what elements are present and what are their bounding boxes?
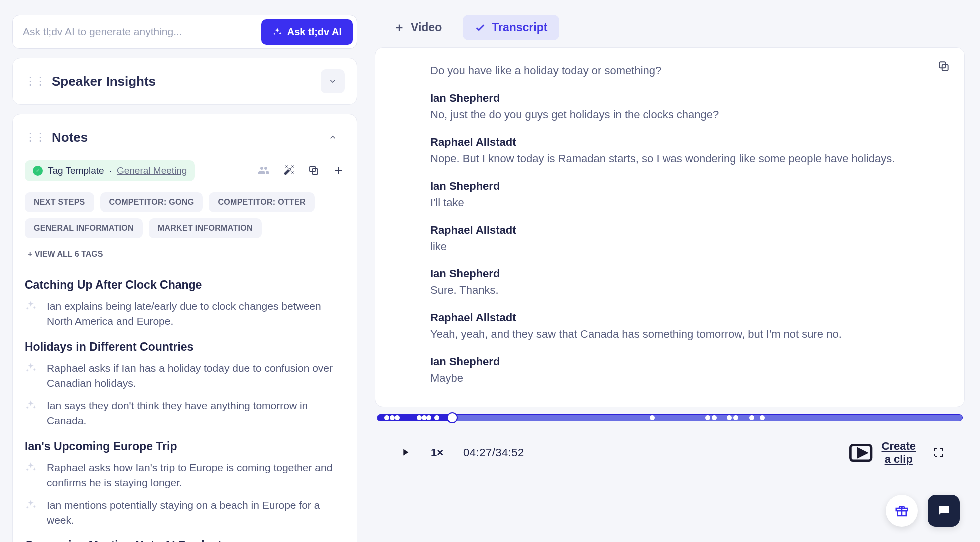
timeline-marker[interactable] [712, 416, 717, 420]
playback-speed[interactable]: 1× [431, 446, 444, 460]
tag-pill[interactable]: GENERAL INFORMATION [25, 218, 143, 238]
chat-icon [936, 504, 952, 518]
note-heading: Holidays in Different Countries [25, 340, 345, 354]
copy-transcript-button[interactable] [938, 60, 950, 74]
transcript-text: Do you have like a holiday today or some… [430, 63, 946, 79]
transcript-speaker: Ian Shepherd [430, 180, 946, 193]
playback-timeline[interactable] [377, 414, 963, 422]
sparkle-icon [25, 499, 37, 511]
player-controls: 1× 04:27/34:52 Create a clip [375, 428, 965, 468]
copy-icon [938, 60, 950, 73]
transcript-line[interactable]: Do you have like a holiday today or some… [430, 63, 946, 79]
timeline-marker[interactable] [384, 416, 390, 420]
check-icon [475, 22, 486, 34]
magic-wand-button[interactable] [283, 164, 295, 178]
gift-icon [894, 504, 910, 518]
check-circle-icon [33, 166, 43, 176]
note-item[interactable]: Raphael asks if Ian has a holiday today … [25, 361, 345, 392]
transcript-line[interactable]: Raphael AllstadtYeah, yeah, and they saw… [430, 312, 946, 342]
transcript-text: Yeah, yeah, and they saw that Canada has… [430, 326, 946, 342]
timeline-marker[interactable] [750, 416, 754, 420]
note-section: Catching Up After Clock ChangeIan explai… [25, 278, 345, 330]
chevron-down-icon [328, 77, 338, 86]
timeline-marker[interactable] [734, 416, 738, 420]
copy-icon [308, 164, 320, 176]
note-item[interactable]: Ian mentions potentially staying on a be… [25, 498, 345, 528]
transcript-text: Nope. But I know today is Ramadan starts… [430, 151, 946, 167]
transcript-line[interactable]: Ian ShepherdMaybe [430, 356, 946, 386]
sparkle-icon [25, 400, 37, 412]
clip-icon [846, 438, 876, 468]
timeline-marker[interactable] [650, 416, 655, 420]
note-text: Ian explains being late/early due to clo… [47, 299, 345, 330]
ask-ai-label: Ask tl;dv AI [288, 26, 342, 38]
drag-handle-icon[interactable]: ⋮⋮ [25, 131, 45, 144]
tag-template-name[interactable]: General Meeting [117, 166, 187, 176]
collapse-notes-button[interactable] [321, 126, 345, 150]
note-text: Raphael asks how Ian's trip to Europe is… [47, 460, 345, 491]
note-text: Raphael asks if Ian has a holiday today … [47, 361, 345, 392]
transcript-tabs: Video Transcript [375, 15, 965, 40]
transcript-text: like [430, 239, 946, 255]
add-tag-button[interactable] [333, 164, 345, 178]
create-clip-button[interactable]: Create a clip [846, 438, 916, 468]
note-section: Comparing Meeting Note AI ProductsIan as… [25, 539, 345, 542]
tag-pill[interactable]: COMPETITOR: GONG [100, 192, 204, 212]
note-heading: Ian's Upcoming Europe Trip [25, 440, 345, 454]
timeline-marker[interactable] [760, 416, 765, 420]
plus-icon [394, 22, 405, 34]
timeline-marker[interactable] [727, 416, 732, 420]
copy-tags-button[interactable] [308, 164, 320, 178]
transcript-speaker: Ian Shepherd [430, 356, 946, 368]
tab-transcript[interactable]: Transcript [463, 15, 560, 40]
note-item[interactable]: Ian explains being late/early due to clo… [25, 299, 345, 330]
note-text: Ian mentions potentially staying on a be… [47, 498, 345, 528]
transcript-line[interactable]: Ian ShepherdSure. Thanks. [430, 268, 946, 298]
note-text: Ian says they don't think they have anyt… [47, 398, 345, 429]
sparkle-icon [25, 362, 37, 374]
tags-list: NEXT STEPS COMPETITOR: GONG COMPETITOR: … [25, 192, 345, 264]
transcript-text: I'll take [430, 195, 946, 211]
chat-fab-button[interactable] [928, 495, 960, 527]
timeline-handle[interactable] [447, 412, 458, 424]
tag-pill[interactable]: NEXT STEPS [25, 192, 94, 212]
note-heading: Catching Up After Clock Change [25, 278, 345, 292]
timeline-marker[interactable] [706, 416, 710, 420]
transcript-text: Maybe [430, 370, 946, 386]
sparkle-icon [25, 462, 37, 474]
ai-prompt-input[interactable] [23, 26, 262, 38]
create-clip-label: Create a clip [882, 440, 916, 466]
magic-wand-icon [283, 164, 295, 176]
transcript-text: Sure. Thanks. [430, 282, 946, 298]
expand-speaker-insights-button[interactable] [321, 70, 345, 94]
transcript-line[interactable]: Raphael AllstadtNope. But I know today i… [430, 136, 946, 167]
transcript-line[interactable]: Raphael Allstadtlike [430, 224, 946, 255]
play-button[interactable] [400, 447, 411, 460]
timeline-marker[interactable] [426, 416, 432, 420]
timeline-marker[interactable] [434, 416, 440, 420]
view-all-tags-button[interactable]: + VIEW ALL 6 TAGS [25, 244, 106, 264]
tab-video[interactable]: Video [382, 15, 454, 40]
gift-fab-button[interactable] [886, 495, 918, 527]
transcript-panel: Do you have like a holiday today or some… [375, 48, 965, 408]
fullscreen-button[interactable] [933, 446, 945, 460]
tab-video-label: Video [411, 21, 442, 34]
ask-ai-button[interactable]: Ask tl;dv AI [262, 20, 353, 45]
transcript-line[interactable]: Ian ShepherdNo, just the do you guys get… [430, 92, 946, 123]
note-item[interactable]: Raphael asks how Ian's trip to Europe is… [25, 460, 345, 491]
transcript-speaker: Raphael Allstadt [430, 312, 946, 324]
notes-title: Notes [52, 130, 314, 146]
chevron-up-icon [328, 133, 338, 142]
note-heading: Comparing Meeting Note AI Products [25, 539, 345, 542]
timeline-marker[interactable] [395, 416, 400, 420]
tag-pill[interactable]: MARKET INFORMATION [149, 218, 262, 238]
plus-icon [333, 164, 345, 176]
ai-prompt-bar: Ask tl;dv AI [12, 15, 358, 49]
note-item[interactable]: Ian says they don't think they have anyt… [25, 398, 345, 429]
transcript-line[interactable]: Ian ShepherdI'll take [430, 180, 946, 211]
people-button[interactable] [258, 164, 270, 178]
drag-handle-icon[interactable]: ⋮⋮ [25, 75, 45, 88]
speaker-insights-title: Speaker Insights [52, 74, 314, 90]
tag-template-chip[interactable]: Tag Template · General Meeting [25, 160, 195, 182]
tag-pill[interactable]: COMPETITOR: OTTER [209, 192, 314, 212]
